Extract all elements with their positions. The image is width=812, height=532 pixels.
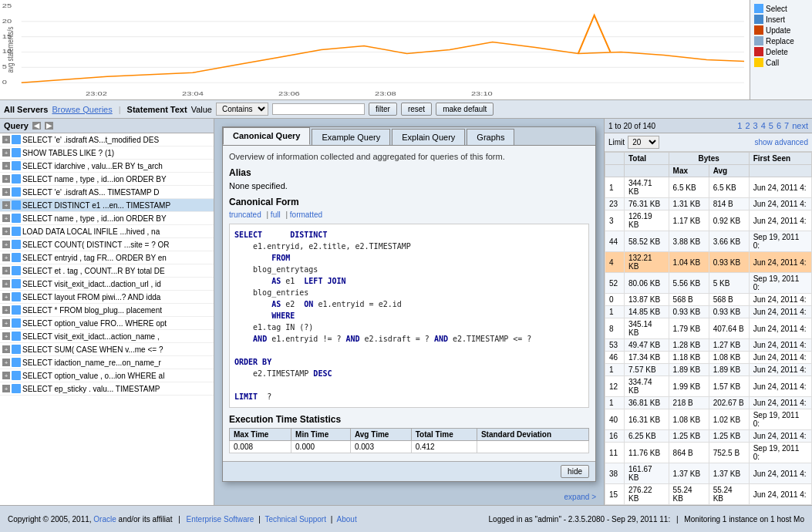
- expand-btn-8[interactable]: +: [2, 227, 10, 235]
- table-row[interactable]: 44 58.52 KB 3.88 KB 3.66 KB Sep 19, 2011…: [605, 231, 812, 252]
- left-panel: Query ◀ ▶ + SELECT 'e' .isdraft AS...t_m…: [0, 119, 214, 505]
- query-item-20[interactable]: + SELECT ep_sticky . valu... TIMESTAMP: [0, 382, 214, 396]
- expand-btn-1[interactable]: +: [2, 136, 10, 143]
- expand-btn-19[interactable]: +: [2, 372, 10, 379]
- limit-row: Limit 2050100 show advanced: [605, 133, 812, 152]
- enterprise-link[interactable]: Enterprise Software: [187, 515, 254, 524]
- expand-btn-2[interactable]: +: [2, 149, 10, 157]
- tab-graphs[interactable]: Graphs: [467, 129, 514, 145]
- table-row[interactable]: 1 36.81 KB 218 B 202.67 B Jun 24, 2011 4…: [605, 397, 812, 409]
- expand-btn-15[interactable]: +: [2, 319, 10, 327]
- about-link[interactable]: About: [337, 515, 357, 524]
- row-total: 14.85 KB: [625, 306, 669, 318]
- expand-btn-16[interactable]: +: [2, 332, 10, 340]
- expand-btn-14[interactable]: +: [2, 306, 10, 314]
- query-item-3[interactable]: + SELECT idarchive , valu...ER BY ts_arc…: [0, 160, 214, 173]
- filter-input[interactable]: [272, 103, 365, 115]
- limit-select[interactable]: 2050100: [628, 136, 659, 149]
- expand-btn-17[interactable]: +: [2, 345, 10, 353]
- query-item-14[interactable]: + SELECT * FROM blog_plug... placement: [0, 304, 214, 317]
- truncated-link[interactable]: truncated: [229, 210, 261, 219]
- query-item-8[interactable]: + LOAD DATA LOCAL INFILE ...hived , na: [0, 225, 214, 238]
- reset-button[interactable]: reset: [401, 103, 432, 116]
- contains-select[interactable]: Contains: [216, 103, 268, 116]
- expand-btn-12[interactable]: +: [2, 280, 10, 288]
- formatted-link[interactable]: formatted: [290, 210, 322, 219]
- page-5-top[interactable]: 5: [769, 121, 773, 130]
- query-item-5[interactable]: + SELECT 'e' .isdraft AS... TIMESTAMP D: [0, 186, 214, 199]
- page-7-top[interactable]: 7: [784, 121, 789, 130]
- query-item-11[interactable]: + SELECT et . tag , COUNT...R BY total D…: [0, 264, 214, 278]
- show-advanced-link[interactable]: show advanced: [755, 138, 809, 146]
- tab-explain[interactable]: Explain Query: [392, 129, 465, 145]
- table-row[interactable]: 46 17.34 KB 1.18 KB 1.08 KB Jun 24, 2011…: [605, 352, 812, 364]
- page-2-top[interactable]: 2: [745, 121, 750, 130]
- expand-btn-7[interactable]: +: [2, 214, 10, 222]
- page-1-top[interactable]: 1: [737, 121, 742, 130]
- expand-btn-20[interactable]: +: [2, 385, 10, 392]
- table-row[interactable]: 52 80.06 KB 5.56 KB 5 KB Sep 19, 2011 0:: [605, 273, 812, 294]
- table-row[interactable]: 16 6.25 KB 1.25 KB 1.25 KB Jun 24, 2011 …: [605, 430, 812, 443]
- filter-button[interactable]: filter: [369, 103, 397, 116]
- table-row[interactable]: 3 126.19 KB 1.17 KB 0.92 KB Jun 24, 2011…: [605, 210, 812, 231]
- table-row[interactable]: 12 334.74 KB 1.99 KB 1.57 KB Jun 24, 201…: [605, 376, 812, 397]
- full-link[interactable]: full: [271, 210, 281, 219]
- query-item-7[interactable]: + SELECT name , type , id...ion ORDER BY: [0, 212, 214, 225]
- hide-button[interactable]: hide: [561, 465, 589, 478]
- table-row[interactable]: 1 14.85 KB 0.93 KB 0.93 KB Jun 24, 2011 …: [605, 306, 812, 318]
- exec-th-3: Total Time: [411, 429, 477, 441]
- table-row[interactable]: 0 13.87 KB 568 B 568 B Jun 24, 2011 4:: [605, 294, 812, 306]
- expand-btn-5[interactable]: +: [2, 188, 10, 196]
- query-item-10[interactable]: + SELECT entryid , tag FR... ORDER BY en: [0, 251, 214, 264]
- query-item-16[interactable]: + SELECT visit_exit_idact...action_name …: [0, 330, 214, 343]
- table-row[interactable]: 15 276.22 KB 55.24 KB 55.24 KB Jun 24, 2…: [605, 484, 812, 505]
- expand-btn-10[interactable]: +: [2, 254, 10, 261]
- table-row[interactable]: 4 132.21 KB 1.04 KB 0.93 KB Jun 24, 2011…: [605, 252, 812, 273]
- expand-control[interactable]: expand >: [564, 493, 596, 501]
- oracle-link[interactable]: Oracle: [93, 515, 116, 524]
- query-item-9[interactable]: + SELECT COUNT( DISTINCT ...site = ? OR: [0, 238, 214, 251]
- expand-label: expand >: [564, 493, 596, 501]
- query-item-2[interactable]: + SHOW TABLES LIKE ? (1): [0, 146, 214, 160]
- table-row[interactable]: 53 49.47 KB 1.28 KB 1.27 KB Jun 24, 2011…: [605, 339, 812, 352]
- query-item-18[interactable]: + SELECT idaction_name_re...on_name_r: [0, 356, 214, 369]
- page-next-top[interactable]: next: [792, 121, 808, 130]
- query-item-1[interactable]: + SELECT 'e' .isdraft AS...t_modified DE…: [0, 133, 214, 146]
- table-row[interactable]: 1 344.71 KB 6.5 KB 6.5 KB Jun 24, 2011 4…: [605, 177, 812, 198]
- page-6-top[interactable]: 6: [777, 121, 781, 130]
- content-area: Query ◀ ▶ + SELECT 'e' .isdraft AS...t_m…: [0, 119, 812, 505]
- expand-btn-6[interactable]: +: [2, 201, 10, 209]
- expand-btn-13[interactable]: +: [2, 293, 10, 301]
- table-row[interactable]: 38 161.67 KB 1.37 KB 1.37 KB Jun 24, 201…: [605, 463, 812, 484]
- query-item-13[interactable]: + SELECT layout FROM piwi...? AND idda: [0, 291, 214, 304]
- query-item-17[interactable]: + SELECT SUM( CASE WHEN v...me <= ?: [0, 343, 214, 356]
- query-item-12[interactable]: + SELECT visit_exit_idact...daction_url …: [0, 278, 214, 291]
- row-total: 36.81 KB: [625, 397, 669, 409]
- expand-btn-4[interactable]: +: [2, 175, 10, 183]
- make-default-button[interactable]: make default: [436, 103, 494, 116]
- tab-example[interactable]: Example Query: [312, 129, 390, 145]
- page-4-top[interactable]: 4: [761, 121, 766, 130]
- expand-btn-3[interactable]: +: [2, 162, 10, 170]
- x-label-0: 23:02: [86, 90, 107, 97]
- browse-queries-label[interactable]: Browse Queries: [52, 105, 112, 114]
- logged-in-text: Logged in as "admin" - 2.3.5.2080 - Sep …: [489, 515, 671, 524]
- table-row[interactable]: 1 7.57 KB 1.89 KB 1.89 KB Jun 24, 2011 4…: [605, 364, 812, 376]
- expand-btn-11[interactable]: +: [2, 267, 10, 274]
- query-item-19[interactable]: + SELECT option_value , o...ion WHERE al: [0, 369, 214, 382]
- table-row[interactable]: 11 11.76 KB 864 B 752.5 B Sep 19, 2011 0…: [605, 443, 812, 463]
- query-text-5: SELECT 'e' .isdraft AS... TIMESTAMP D: [22, 188, 211, 197]
- table-row[interactable]: 8 345.14 KB 1.79 KB 407.64 B Jun 24, 201…: [605, 318, 812, 339]
- query-item-15[interactable]: + SELECT option_value FRO... WHERE opt: [0, 317, 214, 330]
- row-total: 76.31 KB: [625, 198, 669, 210]
- query-item-4[interactable]: + SELECT name , type , id...ion ORDER BY: [0, 173, 214, 186]
- page-3-top[interactable]: 3: [753, 121, 758, 130]
- table-row[interactable]: 40 16.31 KB 1.08 KB 1.02 KB Sep 19, 2011…: [605, 409, 812, 430]
- table-row[interactable]: 23 76.31 KB 1.31 KB 814 B Jun 24, 2011 4…: [605, 198, 812, 210]
- expand-btn-9[interactable]: +: [2, 241, 10, 248]
- expand-btn-18[interactable]: +: [2, 359, 10, 366]
- query-item-6[interactable]: + SELECT DISTINCT e1 ...en... TIMESTAMP: [0, 199, 214, 212]
- technical-link[interactable]: Technical Support: [264, 515, 326, 524]
- row-num: 38: [605, 463, 625, 484]
- tab-canonical[interactable]: Canonical Query: [223, 127, 310, 145]
